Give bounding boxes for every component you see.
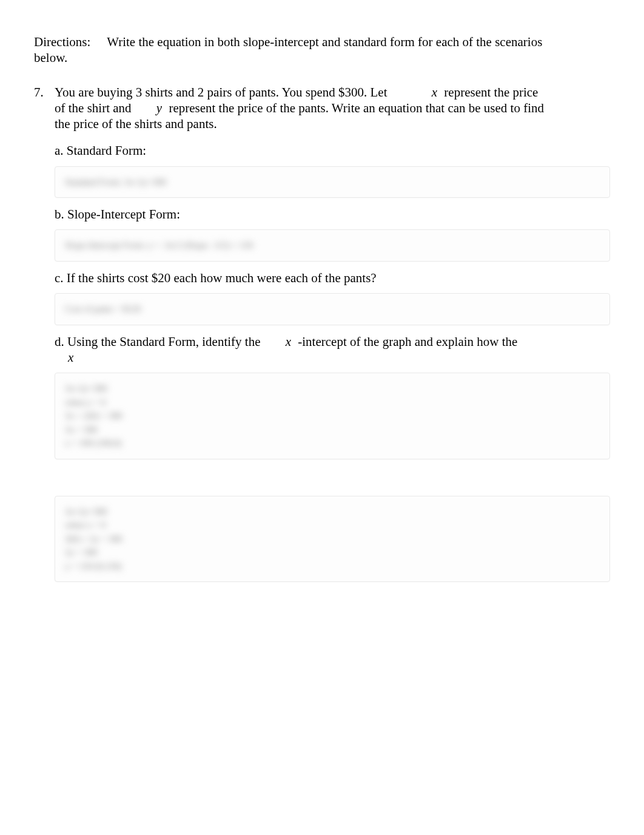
part-d-var-x2: x — [68, 350, 76, 365]
part-c-answer-box: Cost of pants = $120 — [55, 293, 610, 325]
directions-text: Write the equation in both slope-interce… — [34, 35, 542, 65]
part-d-label-part1: d. Using the Standard Form, identify the — [55, 334, 260, 349]
part-c-label: c. If the shirts cost $20 each how much … — [55, 270, 610, 286]
part-d-hidden-answer: 3x+2y=300 when y = 0 3x + 2(0) = 300 3x … — [65, 382, 600, 450]
part-c-hidden-answer: Cost of pants = $120 — [65, 302, 600, 316]
part-d: d. Using the Standard Form, identify the… — [55, 334, 610, 459]
problem-7: 7. You are buying 3 shirts and 2 pairs o… — [34, 84, 610, 589]
problem-content: You are buying 3 shirts and 2 pairs of p… — [55, 84, 610, 589]
variable-y: y — [135, 101, 166, 115]
variable-x: x — [391, 85, 441, 100]
directions-block: Directions: Write the equation in both s… — [34, 34, 568, 66]
part-a-hidden-answer: Standard Form: 3x+2y=300 — [65, 175, 600, 189]
part-b-answer-box: Slope-Intercept Form: y = -3x/2 (Slope: … — [55, 229, 610, 262]
part-a-label: a. Standard Form: — [55, 143, 610, 158]
part-e-answer-box: 3x+2y=300 when x = 0 3(0) + 2y = 300 2y … — [55, 496, 610, 583]
part-d-label-part2: -intercept of the graph and explain how … — [298, 334, 517, 349]
part-b: b. Slope-Intercept Form: Slope-Intercept… — [55, 206, 610, 262]
part-b-label: b. Slope-Intercept Form: — [55, 206, 610, 222]
part-e-hidden-answer: 3x+2y=300 when x = 0 3(0) + 2y = 300 2y … — [65, 505, 600, 573]
part-a-answer-box: Standard Form: 3x+2y=300 — [55, 166, 610, 198]
part-e: 3x+2y=300 when x = 0 3(0) + 2y = 300 2y … — [55, 496, 610, 583]
directions-label: Directions: — [34, 35, 104, 49]
problem-text-part1: You are buying 3 shirts and 2 pairs of p… — [55, 85, 387, 100]
part-a: a. Standard Form: Standard Form: 3x+2y=3… — [55, 143, 610, 198]
part-d-label: d. Using the Standard Form, identify the… — [55, 334, 610, 366]
part-d-answer-box: 3x+2y=300 when y = 0 3x + 2(0) = 300 3x … — [55, 373, 610, 459]
part-c: c. If the shirts cost $20 each how much … — [55, 270, 610, 325]
problem-text: You are buying 3 shirts and 2 pairs of p… — [55, 84, 552, 132]
part-d-var-x: x — [264, 334, 295, 349]
problem-number: 7. — [34, 84, 55, 589]
part-b-hidden-answer: Slope-Intercept Form: y = -3x/2 (Slope: … — [65, 238, 600, 252]
